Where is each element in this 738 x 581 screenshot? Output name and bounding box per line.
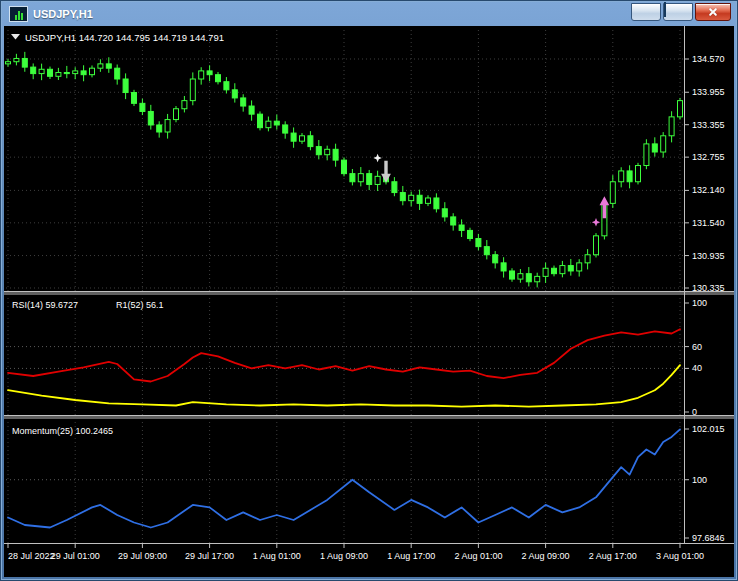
chart-window-icon: [9, 6, 28, 22]
svg-text:133.955: 133.955: [692, 87, 725, 97]
svg-text:29 Jul 01:00: 29 Jul 01:00: [51, 551, 100, 561]
chart-svg: 134.570133.955133.355132.755132.140131.5…: [4, 26, 734, 577]
window-title: USDJPY,H1: [33, 8, 93, 20]
rsi-axis[interactable]: 10060400: [684, 298, 707, 417]
svg-text:40: 40: [692, 363, 702, 373]
panel-splitters[interactable]: [4, 26, 734, 544]
ohlc-line: USDJPY,H1 144.720 144.795 144.719 144.79…: [25, 32, 224, 43]
svg-text:130.935: 130.935: [692, 251, 725, 261]
chart-window: USDJPY,H1 134.570133.955133.355132.75513…: [0, 0, 738, 581]
svg-text:3 Aug 01:00: 3 Aug 01:00: [656, 551, 704, 561]
time-axis[interactable]: 28 Jul 202229 Jul 01:0029 Jul 09:0029 Ju…: [8, 543, 704, 561]
svg-text:130.335: 130.335: [692, 283, 725, 293]
window-titlebar[interactable]: USDJPY,H1: [4, 3, 734, 25]
svg-text:133.355: 133.355: [692, 120, 725, 130]
svg-text:100: 100: [692, 475, 707, 485]
window-controls: [631, 3, 734, 21]
rsi-label: RSI(14) 59.6727: [12, 300, 78, 310]
svg-text:1 Aug 09:00: 1 Aug 09:00: [320, 551, 368, 561]
svg-text:29 Jul 09:00: 29 Jul 09:00: [118, 551, 167, 561]
svg-text:0: 0: [692, 407, 697, 417]
svg-text:1 Aug 17:00: 1 Aug 17:00: [387, 551, 435, 561]
price-axis[interactable]: 134.570133.955133.355132.755132.140131.5…: [684, 54, 725, 293]
svg-text:60: 60: [692, 342, 702, 352]
svg-text:132.755: 132.755: [692, 152, 725, 162]
close-icon: [696, 4, 730, 20]
svg-text:2 Aug 01:00: 2 Aug 01:00: [454, 551, 502, 561]
maximize-icon: [664, 2, 666, 17]
grid-layer: [6, 30, 684, 543]
r1-label: R1(52) 56.1: [116, 300, 164, 310]
svg-text:28 Jul 2022: 28 Jul 2022: [8, 551, 55, 561]
momentum-label: Momentum(25) 100.2465: [12, 426, 113, 436]
svg-text:100: 100: [692, 298, 707, 308]
svg-text:29 Jul 17:00: 29 Jul 17:00: [185, 551, 234, 561]
svg-text:132.140: 132.140: [692, 185, 725, 195]
svg-text:134.570: 134.570: [692, 54, 725, 64]
candles-layer: [6, 52, 683, 288]
svg-text:2 Aug 09:00: 2 Aug 09:00: [522, 551, 570, 561]
chart-canvas[interactable]: 134.570133.955133.355132.755132.140131.5…: [4, 26, 734, 577]
close-button[interactable]: [695, 3, 731, 21]
svg-text:97.6846: 97.6846: [692, 533, 725, 543]
svg-text:131.540: 131.540: [692, 218, 725, 228]
minimize-button[interactable]: [631, 3, 661, 21]
maximize-button[interactable]: [663, 3, 693, 21]
trade-markers-layer: [373, 154, 609, 227]
svg-text:102.015: 102.015: [692, 424, 725, 434]
chart-expander-icon[interactable]: [11, 34, 20, 40]
momentum-axis[interactable]: 102.01510097.6846: [684, 424, 725, 543]
svg-text:1 Aug 01:00: 1 Aug 01:00: [253, 551, 301, 561]
svg-text:2 Aug 17:00: 2 Aug 17:00: [589, 551, 637, 561]
